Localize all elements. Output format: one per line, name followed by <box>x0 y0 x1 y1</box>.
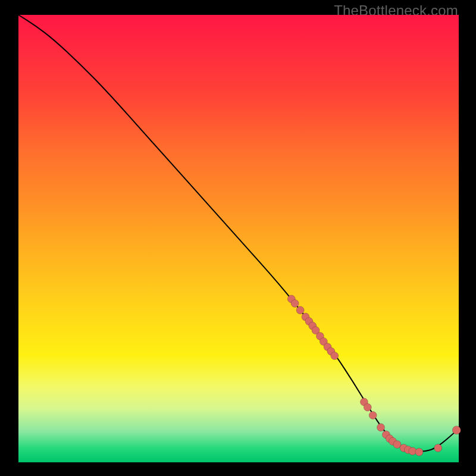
curve-svg <box>18 15 459 462</box>
data-point <box>434 444 442 452</box>
data-point <box>369 412 377 419</box>
plot-area <box>18 15 459 462</box>
data-point <box>291 300 299 308</box>
bottleneck-curve <box>18 15 459 452</box>
data-point <box>377 424 385 431</box>
data-point <box>415 448 423 456</box>
chart-stage: TheBottleneck.com <box>0 0 476 476</box>
data-point <box>452 426 461 434</box>
data-point <box>296 306 304 314</box>
scatter-dots <box>287 295 461 456</box>
data-point <box>331 352 339 360</box>
data-point <box>364 403 371 411</box>
